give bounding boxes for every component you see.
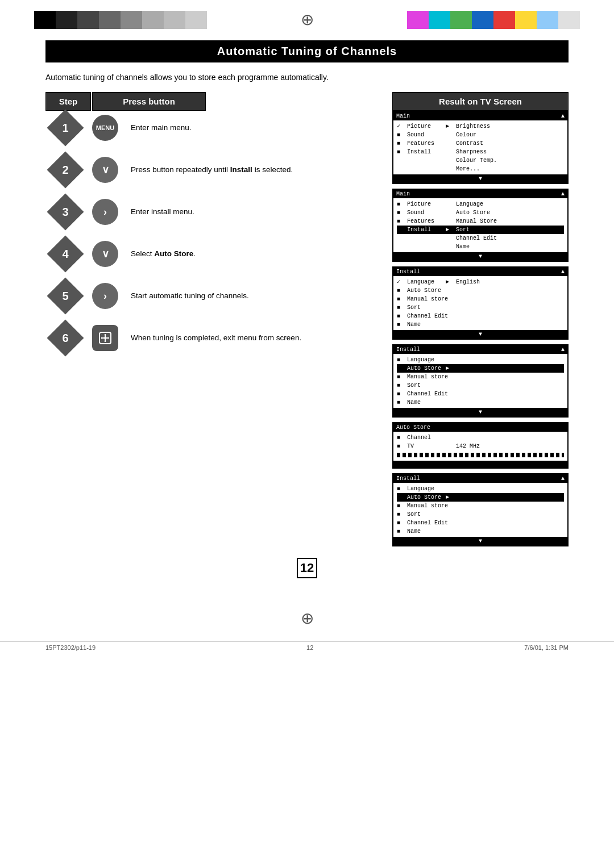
r5-r2-check: ■ bbox=[397, 442, 403, 450]
r2-r3-label: Features bbox=[407, 217, 441, 226]
r6-row4: ■Sort bbox=[397, 510, 564, 519]
step-3-btn-wrap: › bbox=[85, 199, 125, 225]
r1-r1-label: Picture bbox=[407, 122, 441, 131]
page-footer: 12 bbox=[45, 552, 569, 584]
progress-bar bbox=[397, 453, 564, 457]
step-6-desc: When tuning is completed, exit menu from… bbox=[125, 332, 381, 344]
r2-r3-value: Manual Store bbox=[456, 217, 497, 226]
step-1-number: 1 bbox=[62, 122, 68, 135]
r6-r1-check: ■ bbox=[397, 485, 403, 493]
step-2-bold: Install bbox=[230, 165, 252, 174]
step-5: 5 › Start automatic tuning of channels. bbox=[45, 279, 381, 313]
result-3-header-text: Install bbox=[396, 269, 420, 275]
result-4-arrow-up: ▲ bbox=[561, 347, 565, 353]
step-6-diamond: 6 bbox=[51, 323, 80, 353]
cb-3 bbox=[77, 11, 99, 29]
r4-r6-label: Name bbox=[407, 398, 441, 407]
results-list: Main ▲ ✓Picture►Brightness ■SoundColour … bbox=[392, 111, 569, 546]
r1-r1-value: Brightness bbox=[456, 122, 490, 131]
step-6-desc-text: When tuning is completed, exit menu from… bbox=[131, 333, 301, 342]
color-bars: ⊕ bbox=[0, 0, 614, 35]
r3-r6-label: Name bbox=[407, 320, 441, 329]
result-6-header: Install ▲ bbox=[393, 474, 567, 483]
r2-row3: ■FeaturesManual Store bbox=[397, 217, 564, 226]
step-1-num-wrap: 1 bbox=[45, 113, 85, 143]
r2-r2-label: Sound bbox=[407, 208, 441, 217]
r3-row6: ■Name bbox=[397, 320, 564, 329]
cbr-2 bbox=[429, 11, 450, 29]
r1-row3: ■FeaturesContrast bbox=[397, 139, 564, 148]
step-5-desc-text: Start automatic tuning of channels. bbox=[131, 291, 249, 300]
r1-r6-label bbox=[407, 165, 441, 173]
main-content: Automatic Tuning of Channels Automatic t… bbox=[0, 35, 614, 607]
step-2-desc: Press button repeatedly until Install is… bbox=[125, 164, 381, 176]
r5-r1-label: Channel bbox=[407, 433, 441, 442]
right-button-5: › bbox=[92, 283, 118, 309]
result-6: Install ▲ ■Language ✓Auto Store► ■Manual… bbox=[392, 473, 569, 546]
r2-r5-arrow bbox=[446, 234, 451, 243]
meta-right: 7/6/01, 1:31 PM bbox=[524, 644, 569, 651]
step-6-btn-wrap bbox=[85, 325, 125, 351]
step-5-desc: Start automatic tuning of channels. bbox=[125, 290, 381, 302]
r2-r5-value: Channel Edit bbox=[456, 234, 497, 243]
page-number: 12 bbox=[297, 558, 317, 578]
crosshair-bottom-container: ⊕ bbox=[0, 607, 614, 630]
step-6-number: 6 bbox=[62, 332, 68, 345]
crosshair-top: ⊕ bbox=[301, 10, 314, 29]
r1-r2-arrow bbox=[446, 131, 451, 139]
r6-r2-check: ✓ bbox=[397, 493, 403, 502]
r1-r3-value: Contrast bbox=[456, 139, 483, 148]
result-1-header-text: Main bbox=[396, 113, 410, 119]
r5-r2-label: TV bbox=[407, 442, 441, 450]
result-5-header-text: Auto Store bbox=[396, 424, 430, 431]
r6-r5-arrow bbox=[453, 519, 458, 527]
r2-r6-arrow bbox=[446, 243, 451, 251]
r2-r2-check: ■ bbox=[397, 208, 403, 217]
r2-r5-label bbox=[407, 234, 441, 243]
result-2-header: Main ▲ bbox=[393, 190, 567, 198]
meta-bar: 15PT2302/p11-19 12 7/6/01, 1:31 PM bbox=[0, 641, 614, 653]
r6-r6-check: ■ bbox=[397, 527, 403, 536]
r4-r2-arrow: ► bbox=[446, 364, 451, 373]
step-3: 3 › Enter install menu. bbox=[45, 195, 381, 229]
r2-r1-arrow bbox=[446, 200, 451, 208]
result-1-footer: ▼ bbox=[393, 174, 567, 183]
r1-r5-label bbox=[407, 156, 441, 165]
cb-4 bbox=[99, 11, 121, 29]
header-step: Step bbox=[45, 92, 91, 111]
r3-r4-label: Sort bbox=[407, 303, 441, 312]
r6-r3-label: Manual store bbox=[407, 502, 448, 510]
cbr-1 bbox=[407, 11, 429, 29]
cbr-3 bbox=[450, 11, 472, 29]
title-text: Automatic Tuning of Channels bbox=[217, 45, 397, 57]
r3-r4-check: ■ bbox=[397, 303, 403, 312]
r2-r4-check: ✓ bbox=[397, 226, 403, 234]
result-2-header-text: Main bbox=[396, 191, 410, 197]
step-3-num-wrap: 3 bbox=[45, 197, 85, 227]
r5-r2-arrow bbox=[446, 442, 451, 450]
r1-row6: More... bbox=[397, 165, 564, 173]
r6-r6-arrow bbox=[446, 527, 451, 536]
r5-row2: ■TV142 MHz bbox=[397, 442, 564, 450]
step-1-diamond: 1 bbox=[51, 113, 80, 143]
r1-r4-label: Install bbox=[407, 148, 441, 156]
r2-r4-arrow: ► bbox=[446, 226, 451, 234]
r2-row1: ■PictureLanguage bbox=[397, 200, 564, 208]
steps-list: 1 MENU Enter main menu. 2 bbox=[45, 111, 381, 363]
r6-r2-label: Auto Store bbox=[407, 493, 441, 502]
svg-rect-5 bbox=[106, 339, 109, 342]
r1-r6-value: More... bbox=[456, 165, 480, 173]
step-5-number: 5 bbox=[62, 290, 68, 303]
step-1-desc: Enter main menu. bbox=[125, 122, 381, 133]
step-1-btn-wrap: MENU bbox=[85, 115, 125, 141]
cbr-7 bbox=[537, 11, 558, 29]
r3-r6-arrow bbox=[446, 320, 451, 329]
step-4-number: 4 bbox=[62, 248, 68, 261]
r6-row1: ■Language bbox=[397, 485, 564, 493]
step-1: 1 MENU Enter main menu. bbox=[45, 111, 381, 145]
r3-r2-label: Auto Store bbox=[407, 286, 441, 295]
table-headers: Step Press button Result on TV Screen bbox=[45, 92, 569, 111]
r2-r2-arrow bbox=[446, 208, 451, 217]
step-3-desc-text: Enter install menu. bbox=[131, 207, 194, 216]
result-1-arrow-up: ▲ bbox=[561, 113, 565, 119]
